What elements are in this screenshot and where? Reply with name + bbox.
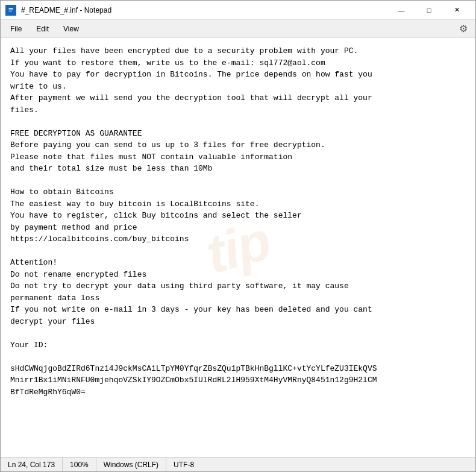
line-ending-section: Windows (CRLF) xyxy=(96,458,166,471)
zoom-text: 100% xyxy=(70,461,89,469)
file-menu[interactable]: File xyxy=(3,22,29,36)
view-menu[interactable]: View xyxy=(56,22,86,36)
svg-rect-3 xyxy=(9,10,12,11)
maximize-button[interactable]: □ xyxy=(415,1,443,20)
encoding-section: UTF-8 xyxy=(166,458,201,471)
zoom-section: 100% xyxy=(63,458,96,471)
title-bar: #_README_#.inf - Notepad — □ ✕ xyxy=(1,1,475,20)
settings-icon[interactable]: ⚙ xyxy=(456,22,471,36)
line-col-section: Ln 24, Col 173 xyxy=(1,458,63,471)
text-content-wrapper: All your files have been encrypted due t… xyxy=(10,45,466,398)
svg-rect-1 xyxy=(9,8,13,9)
minimize-button[interactable]: — xyxy=(387,1,415,20)
status-bar: Ln 24, Col 173 100% Windows (CRLF) UTF-8 xyxy=(1,457,475,471)
svg-rect-2 xyxy=(9,10,13,10)
close-button[interactable]: ✕ xyxy=(443,1,471,20)
encoding-text: UTF-8 xyxy=(174,461,194,469)
line-ending-text: Windows (CRLF) xyxy=(104,461,158,469)
window-controls: — □ ✕ xyxy=(387,1,471,20)
file-content[interactable]: All your files have been encrypted due t… xyxy=(10,45,466,398)
menu-bar: File Edit View ⚙ xyxy=(1,20,475,38)
edit-menu[interactable]: Edit xyxy=(29,22,56,36)
text-editor-area[interactable]: tip All your files have been encrypted d… xyxy=(1,38,475,457)
line-col-text: Ln 24, Col 173 xyxy=(8,461,55,469)
notepad-window: #_README_#.inf - Notepad — □ ✕ File Edit… xyxy=(0,0,476,472)
settings-area: ⚙ xyxy=(456,22,471,36)
app-icon xyxy=(5,5,16,16)
window-title: #_README_#.inf - Notepad xyxy=(21,6,387,14)
